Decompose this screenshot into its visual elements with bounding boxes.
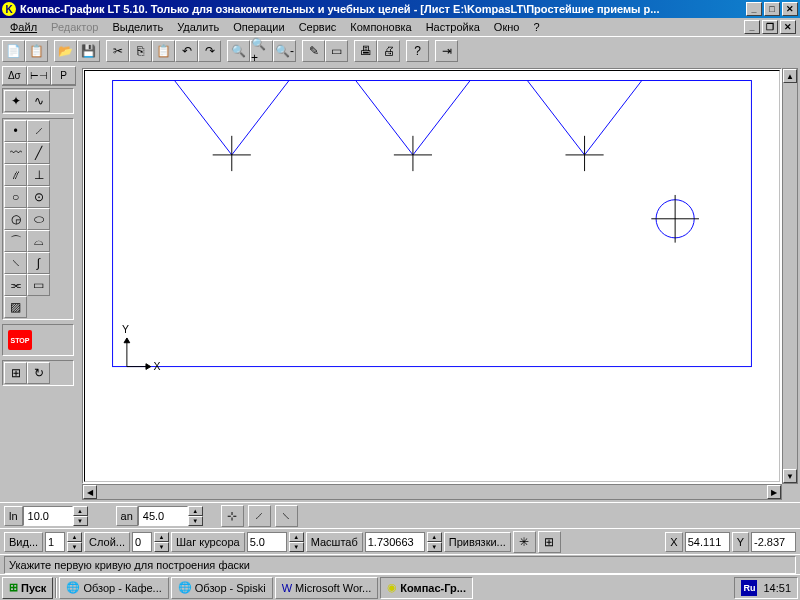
snap-toggle-1[interactable]: ✳ [513, 531, 536, 553]
mdi-minimize-button[interactable]: _ [744, 20, 760, 34]
menu-select[interactable]: Выделить [106, 20, 169, 34]
context-help-button[interactable]: ? [406, 40, 429, 62]
tool-point[interactable]: • [4, 120, 27, 142]
tool-polyline[interactable]: ⟍ [4, 252, 27, 274]
options-bar: Вид... ▲▼ Слой... ▲▼ Шаг курсора ▲▼ Масш… [0, 528, 800, 554]
new-sheet-button[interactable]: 📋 [25, 40, 48, 62]
snap-toggle-2[interactable]: ⊞ [538, 531, 561, 553]
tool-spline[interactable]: 〰 [4, 142, 27, 164]
menu-delete[interactable]: Удалить [171, 20, 225, 34]
tool-line[interactable]: ╱ [27, 142, 50, 164]
an-input[interactable] [138, 506, 188, 526]
tool-aux-line[interactable]: ⟋ [27, 120, 50, 142]
keyboard-lang-indicator[interactable]: Ru [741, 580, 757, 596]
param-opt-3[interactable]: ⟍ [275, 505, 298, 527]
redraw-button[interactable]: ▭ [325, 40, 348, 62]
vertical-scrollbar[interactable]: ▲ ▼ [782, 68, 798, 484]
redo-button[interactable]: ↷ [198, 40, 221, 62]
cursor-step-input[interactable] [247, 532, 287, 552]
scroll-up-button[interactable]: ▲ [783, 69, 797, 83]
tool-extra-2[interactable]: ∿ [27, 90, 50, 112]
menu-settings[interactable]: Настройка [420, 20, 486, 34]
tool-circle[interactable]: ○ [4, 186, 27, 208]
tool-mode-2[interactable]: ↻ [27, 362, 50, 384]
an-spin[interactable]: ▲▼ [188, 506, 203, 526]
open-button[interactable]: 📂 [54, 40, 77, 62]
ln-spin[interactable]: ▲▼ [73, 506, 88, 526]
tool-chain[interactable]: ⫘ [4, 274, 27, 296]
main-toolbar: 📄 📋 📂 💾 ✂ ⎘ 📋 ↶ ↷ 🔍 🔍+ 🔍- ✎ ▭ 🖶 🖨 ? ⇥ [0, 36, 800, 64]
layer-input[interactable] [132, 532, 152, 552]
maximize-button[interactable]: □ [764, 2, 780, 16]
menu-service[interactable]: Сервис [293, 20, 343, 34]
menu-edit[interactable]: Редактор [45, 20, 104, 34]
ln-input[interactable] [23, 506, 73, 526]
menu-help[interactable]: ? [527, 20, 545, 34]
mdi-restore-button[interactable]: ❐ [762, 20, 778, 34]
tool-arc[interactable]: ⌒ [4, 230, 27, 252]
zoom-button[interactable]: 🔍 [227, 40, 250, 62]
task-kompas[interactable]: ◉Компас-Гр... [380, 577, 473, 599]
scroll-down-button[interactable]: ▼ [783, 469, 797, 483]
start-button[interactable]: ⊞ Пуск [2, 577, 53, 599]
print-button[interactable]: 🖨 [377, 40, 400, 62]
view-button[interactable]: Вид... [4, 532, 43, 552]
menu-window[interactable]: Окно [488, 20, 526, 34]
menu-operations[interactable]: Операции [227, 20, 290, 34]
tool-ellipse[interactable]: ⬭ [27, 208, 50, 230]
horizontal-scrollbar[interactable]: ◀ ▶ [82, 484, 782, 500]
param-opt-2[interactable]: ⟋ [248, 505, 271, 527]
print-preview-button[interactable]: 🖶 [354, 40, 377, 62]
mdi-close-button[interactable]: ✕ [780, 20, 796, 34]
exit-button[interactable]: ⇥ [435, 40, 458, 62]
svg-marker-11 [146, 364, 151, 370]
tool-extra-1[interactable]: ✦ [4, 90, 27, 112]
task-word[interactable]: WMicrosoft Wor... [275, 577, 379, 599]
menu-layout[interactable]: Компоновка [344, 20, 417, 34]
task-obzor-spiski[interactable]: 🌐Обзор - Spiski [171, 577, 273, 599]
tool-circle-3pt[interactable]: ◶ [4, 208, 27, 230]
scale-input[interactable] [365, 532, 425, 552]
layer-spin[interactable]: ▲▼ [154, 532, 169, 552]
param-opt-1[interactable]: ⊹ [221, 505, 244, 527]
minimize-button[interactable]: _ [746, 2, 762, 16]
layer-button[interactable]: Слой... [84, 532, 130, 552]
tool-perp[interactable]: ⊥ [27, 164, 50, 186]
scroll-right-button[interactable]: ▶ [767, 485, 781, 499]
task-obzor-kafe[interactable]: 🌐Обзор - Кафе... [59, 577, 168, 599]
drawing-canvas[interactable]: Y X [85, 71, 779, 481]
zoom-out-button[interactable]: 🔍- [273, 40, 296, 62]
tool-hatch[interactable]: ▨ [4, 296, 27, 318]
system-tray: Ru 14:51 [734, 577, 798, 599]
edit-tool-button[interactable]: ✎ [302, 40, 325, 62]
tool-arc-2[interactable]: ⌓ [27, 230, 50, 252]
paste-button[interactable]: 📋 [152, 40, 175, 62]
new-button[interactable]: 📄 [2, 40, 25, 62]
panel-tab-dimensions[interactable]: ⊢⊣ [27, 66, 52, 85]
view-spin[interactable]: ▲▼ [67, 532, 82, 552]
undo-button[interactable]: ↶ [175, 40, 198, 62]
snaps-button[interactable]: Привязки... [444, 532, 511, 552]
tool-rect[interactable]: ▭ [27, 274, 50, 296]
cursor-step-spin[interactable]: ▲▼ [289, 532, 304, 552]
panel-tab-geometry[interactable]: Δσ [2, 66, 27, 85]
stop-button[interactable]: STOP [8, 330, 32, 350]
zoom-in-button[interactable]: 🔍+ [250, 40, 273, 62]
save-button[interactable]: 💾 [77, 40, 100, 62]
close-button[interactable]: ✕ [782, 2, 798, 16]
scroll-left-button[interactable]: ◀ [83, 485, 97, 499]
parameter-bar: ln ▲▼ an ▲▼ ⊹ ⟋ ⟍ [0, 502, 800, 528]
tool-circle-dot[interactable]: ⊙ [27, 186, 50, 208]
an-label[interactable]: an [116, 506, 138, 526]
scale-spin[interactable]: ▲▼ [427, 532, 442, 552]
menu-file[interactable]: Файл [4, 20, 43, 34]
tool-bezier[interactable]: ∫ [27, 252, 50, 274]
status-text: Укажите первую кривую для построения фас… [4, 556, 796, 574]
copy-button[interactable]: ⎘ [129, 40, 152, 62]
tool-parallel[interactable]: ⫽ [4, 164, 27, 186]
panel-tab-params[interactable]: P [51, 66, 76, 85]
cut-button[interactable]: ✂ [106, 40, 129, 62]
view-input[interactable] [45, 532, 65, 552]
tool-mode-1[interactable]: ⊞ [4, 362, 27, 384]
ln-label[interactable]: ln [4, 506, 23, 526]
